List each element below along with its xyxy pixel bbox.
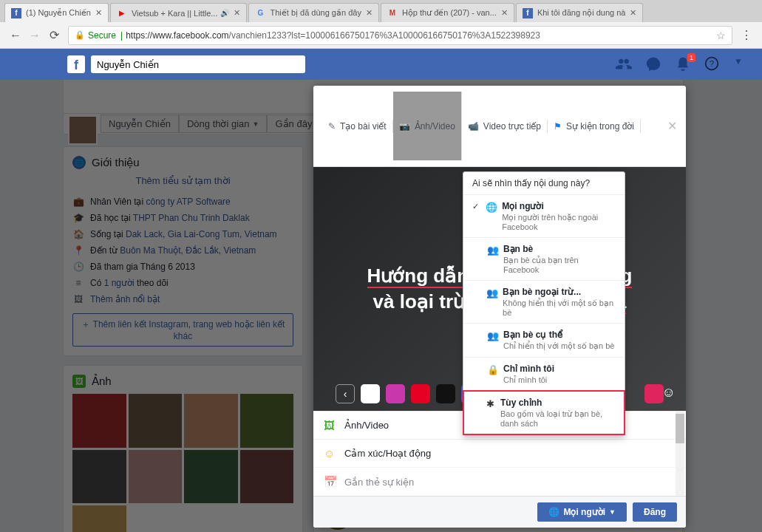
close-icon[interactable]: ✕	[630, 8, 636, 18]
google-favicon: G	[255, 8, 265, 18]
browser-tab-strip: f (1) Nguyễn Chiến ✕ ▶ Vietsub + Kara ||…	[0, 0, 762, 22]
browser-tab-2[interactable]: G Thiết bị đã dùng gần đây ✕	[248, 3, 378, 22]
svg-text:?: ?	[710, 58, 715, 68]
tab-title: Khi tôi đăng nội dung nà	[537, 8, 626, 18]
privacy-option-custom[interactable]: ✱ Tùy chỉnhBao gồm và loại trừ bạn bè, d…	[463, 390, 625, 435]
bg-swatch-white[interactable]	[361, 384, 380, 403]
tab-life-event[interactable]: ⚑Sự kiện trong đời	[548, 120, 641, 133]
audience-button[interactable]: 🌐 Mọi người ▼	[537, 502, 627, 522]
bg-swatch-black[interactable]	[436, 384, 455, 403]
forward-button[interactable]: →	[25, 26, 44, 45]
photo-icon: 🖼	[324, 419, 337, 432]
close-icon[interactable]: ✕	[95, 8, 102, 18]
address-bar[interactable]: 🔒 Secure | https://www.facebook.com /van…	[68, 26, 732, 45]
globe-icon: 🌐	[548, 507, 559, 517]
tab-title: Hộp thư đến (207) - van...	[402, 8, 497, 18]
gear-icon: ✱	[486, 398, 494, 409]
close-icon[interactable]: ✕	[234, 8, 240, 18]
friends-icon: 👥	[487, 244, 497, 256]
close-icon[interactable]: ✕	[501, 8, 508, 18]
privacy-option-public[interactable]: ✓ 🌐 Mọi ngườiMọi người trên hoặc ngoài F…	[463, 194, 625, 237]
calendar-icon: 📅	[324, 475, 337, 488]
browser-toolbar: ← → ⟳ 🔒 Secure | https://www.facebook.co…	[0, 22, 762, 49]
action-feeling[interactable]: ☺Cảm xúc/Hoạt động	[313, 439, 686, 467]
url-host: https://www.facebook.com	[126, 30, 228, 41]
action-tag-event[interactable]: 📅Gắn thẻ sự kiện	[313, 467, 686, 496]
camera-icon: 📷	[399, 121, 410, 132]
search-input[interactable]	[91, 55, 305, 73]
globe-icon: 🌐	[486, 201, 496, 213]
bg-swatch-red[interactable]	[411, 384, 430, 403]
chevron-down-icon: ▼	[609, 508, 616, 516]
tab-title: Vietsub + Kara || Little...	[132, 9, 218, 18]
chevron-left-icon[interactable]: ‹	[336, 384, 355, 403]
video-icon: 📹	[468, 121, 479, 132]
audio-icon: 🔊	[220, 9, 229, 17]
post-button[interactable]: Đăng	[633, 502, 677, 522]
privacy-option-only-me[interactable]: 🔒 Chỉ mình tôiChỉ mình tôi	[463, 357, 625, 391]
bg-swatch-magenta[interactable]	[386, 384, 405, 403]
browser-tab-4[interactable]: f Khi tôi đăng nội dung nà ✕	[516, 3, 644, 22]
browser-tab-3[interactable]: M Hộp thư đến (207) - van... ✕	[381, 3, 514, 22]
help-icon[interactable]: ?	[704, 56, 721, 72]
tab-create-post[interactable]: ✎Tạo bài viết	[322, 120, 393, 133]
facebook-favicon: f	[523, 8, 533, 18]
smiley-icon: ☺	[324, 447, 337, 460]
scrollbar-thumb[interactable]	[676, 414, 684, 443]
tab-live-video[interactable]: 📹Video trực tiếp	[462, 120, 548, 133]
check-icon: ✓	[472, 201, 480, 211]
facebook-logo[interactable]: f	[67, 55, 85, 73]
back-button[interactable]: ←	[6, 26, 25, 45]
browser-tab-0[interactable]: f (1) Nguyễn Chiến ✕	[4, 3, 109, 22]
youtube-favicon: ▶	[117, 8, 127, 18]
flag-icon: ⚑	[554, 121, 562, 132]
privacy-menu: Ai sẽ nhìn thấy nội dung này? ✓ 🌐 Mọi ng…	[463, 171, 625, 435]
friend-requests-icon[interactable]	[616, 56, 632, 72]
reload-button[interactable]: ⟳	[44, 26, 64, 45]
chevron-down-icon[interactable]: ▼	[734, 56, 750, 72]
messages-icon[interactable]	[645, 56, 661, 72]
privacy-menu-title: Ai sẽ nhìn thấy nội dung này?	[463, 172, 625, 194]
privacy-option-specific-friends[interactable]: 👥 Bạn bè cụ thểChỉ hiển thị với một số b…	[463, 323, 625, 357]
facebook-header: f 1 ? ▼	[0, 49, 762, 80]
browser-tab-1[interactable]: ▶ Vietsub + Kara || Little... 🔊 ✕	[110, 3, 248, 22]
pencil-icon: ✎	[328, 121, 336, 132]
notification-badge: 1	[687, 53, 695, 62]
bg-swatch-pink[interactable]	[644, 384, 664, 403]
privacy-option-friends[interactable]: 👥 Bạn bèBạn bè của bạn trên Facebook	[463, 237, 625, 280]
privacy-option-friends-except[interactable]: 👥 Bạn bè ngoại trừ...Không hiển thị với …	[463, 280, 625, 323]
gmail-favicon: M	[387, 8, 398, 18]
notifications-icon[interactable]: 1	[675, 56, 691, 72]
scrollbar[interactable]	[676, 411, 684, 496]
menu-icon[interactable]: ⋮	[737, 26, 756, 45]
secure-label: Secure	[88, 30, 116, 41]
tab-title: Thiết bị đã dùng gần đây	[270, 8, 361, 18]
close-icon[interactable]: ✕	[667, 119, 677, 133]
facebook-favicon: f	[11, 8, 21, 18]
url-path: /vanchien1233?lst=100006166750176%3A1000…	[229, 30, 540, 41]
tab-photo-video[interactable]: 📷Ảnh/Video	[393, 92, 462, 160]
friends-icon: 👥	[486, 287, 497, 299]
tab-title: (1) Nguyễn Chiến	[26, 8, 91, 18]
lock-icon: 🔒	[487, 364, 497, 375]
close-icon[interactable]: ✕	[366, 8, 373, 18]
lock-icon: 🔒	[75, 30, 85, 40]
friends-icon: 👥	[487, 330, 497, 341]
bookmark-icon[interactable]: ☆	[716, 30, 726, 41]
